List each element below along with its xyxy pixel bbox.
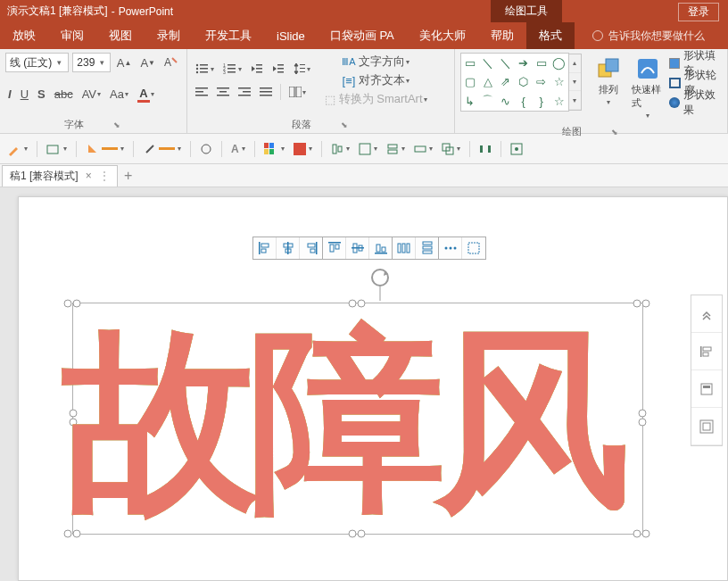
mini-align-top[interactable] xyxy=(323,237,346,259)
gallery-more-button[interactable]: ▾ xyxy=(569,91,581,110)
tab-pocket-anim[interactable]: 口袋动画 PA xyxy=(318,22,407,49)
shape-effects-button[interactable]: 形状效果 xyxy=(669,94,722,112)
mini-distribute-h[interactable] xyxy=(393,237,416,259)
decrease-indent-button[interactable] xyxy=(248,59,266,79)
mini-align-middle-v[interactable] xyxy=(346,237,369,259)
tab-view[interactable]: 视图 xyxy=(96,22,145,49)
distribute-h[interactable] xyxy=(477,139,493,159)
handle-tl[interactable] xyxy=(62,298,84,309)
side-collapse-button[interactable] xyxy=(691,295,722,333)
shadow-button[interactable]: S xyxy=(35,85,48,104)
shape-callout-icon[interactable]: ☆ xyxy=(554,95,565,108)
tab-review[interactable]: 审阅 xyxy=(48,22,96,49)
shape-brace-r-icon[interactable]: } xyxy=(539,95,542,108)
line-spacing-button[interactable]: ▾ xyxy=(291,59,313,79)
italic-button[interactable]: I xyxy=(5,85,14,104)
paragraph-dialog-launcher[interactable]: ⬊ xyxy=(338,120,351,130)
text-color-a[interactable]: A▾ xyxy=(229,139,247,159)
strikethrough-button[interactable]: abc xyxy=(52,85,76,104)
char-spacing-button[interactable]: AV▾ xyxy=(79,85,103,104)
login-button[interactable]: 登录 xyxy=(678,3,719,21)
rotation-handle[interactable] xyxy=(367,267,393,305)
decrease-font-button[interactable]: A▼ xyxy=(137,53,158,72)
change-case-button[interactable]: Aa▾ xyxy=(107,85,131,104)
mini-align-left[interactable] xyxy=(253,237,277,259)
eyedropper-2[interactable] xyxy=(198,139,214,159)
swatch-grid[interactable]: ▾ xyxy=(262,139,286,159)
shape-hex-icon[interactable]: ⬡ xyxy=(518,75,528,88)
handle-tr[interactable] xyxy=(632,298,653,309)
text-direction-button[interactable]: ⅢA 文字方向▾ xyxy=(322,53,430,71)
mini-more[interactable] xyxy=(462,237,485,259)
add-tab-button[interactable]: + xyxy=(118,165,139,187)
tab-format[interactable]: 格式 xyxy=(526,22,575,49)
underline-button[interactable]: U xyxy=(18,85,31,104)
selection-pane[interactable] xyxy=(509,139,525,159)
shape-textbox-icon[interactable]: ▭ xyxy=(465,56,476,70)
shape-oval-icon[interactable]: ◯ xyxy=(552,56,566,70)
tab-beautify[interactable]: 美化大师 xyxy=(407,22,478,49)
shape-line-icon[interactable]: ＼ xyxy=(482,55,493,71)
tab-islide[interactable]: iSlide xyxy=(264,24,318,48)
align-obj-2[interactable]: ▾ xyxy=(357,139,379,159)
tab-developer[interactable]: 开发工具 xyxy=(193,22,264,49)
shape-arrow-icon[interactable]: ➔ xyxy=(518,56,528,70)
increase-font-button[interactable]: A▲ xyxy=(114,53,135,72)
align-text-button[interactable]: [≡] 对齐文本▾ xyxy=(322,71,430,89)
shape-arc-icon[interactable]: ⌒ xyxy=(482,93,493,109)
eyedropper-1[interactable]: ▾ xyxy=(5,139,29,159)
align-right-button[interactable] xyxy=(236,82,253,102)
mini-align-center-h[interactable] xyxy=(277,237,300,259)
tab-record[interactable]: 录制 xyxy=(145,22,193,49)
shapes-gallery[interactable]: ▭ ＼ ＼ ➔ ▭ ◯ ▢ △ ⇗ ⬡ ⇨ ☆ ↳ ⌒ ∿ { } ☆ ▴▾▾ xyxy=(460,53,569,112)
shape-curve-icon[interactable]: ∿ xyxy=(500,95,510,108)
shape-brace-l-icon[interactable]: { xyxy=(522,95,525,108)
doc-tab-1[interactable]: 稿1 [兼容模式] × ⋮ xyxy=(2,165,118,187)
quick-styles-button[interactable]: 快速样式▾ xyxy=(630,53,666,123)
font-color-button[interactable]: A▾ xyxy=(135,85,157,104)
shape-insert-split[interactable]: ▾ xyxy=(45,139,69,159)
tab-help[interactable]: 帮助 xyxy=(478,22,526,49)
tab-slideshow[interactable]: 放映 xyxy=(0,22,48,49)
handle-r[interactable] xyxy=(637,408,648,429)
justify-button[interactable] xyxy=(257,82,275,102)
clear-formatting-button[interactable]: A xyxy=(161,53,181,72)
gallery-down-button[interactable]: ▾ xyxy=(569,73,581,92)
mini-align-bottom[interactable] xyxy=(369,237,393,259)
swatch-single[interactable]: ▾ xyxy=(292,139,314,159)
mini-spacing[interactable] xyxy=(439,237,462,259)
outline-color-split[interactable]: ▾ xyxy=(141,139,183,159)
align-left-button[interactable] xyxy=(193,82,211,102)
font-dialog-launcher[interactable]: ⬊ xyxy=(111,120,123,130)
increase-indent-button[interactable] xyxy=(269,59,287,79)
shape-diamond-icon[interactable]: ⇗ xyxy=(500,75,510,88)
drawing-dialog-launcher[interactable]: ⬊ xyxy=(608,127,621,137)
shape-arrow2-icon[interactable]: ⇨ xyxy=(536,75,546,88)
fill-color-split[interactable]: ▾ xyxy=(84,139,126,159)
handle-br[interactable] xyxy=(632,528,653,539)
align-obj-3[interactable]: ▾ xyxy=(385,139,407,159)
bullets-button[interactable]: ▾ xyxy=(193,59,217,79)
align-center-button[interactable] xyxy=(214,82,232,102)
align-obj-4[interactable]: ▾ xyxy=(412,139,434,159)
side-layout-button[interactable] xyxy=(691,370,722,408)
columns-button[interactable]: ▾ xyxy=(286,82,309,102)
gallery-up-button[interactable]: ▴ xyxy=(569,54,581,73)
align-obj-1[interactable]: ▾ xyxy=(329,139,352,159)
slide[interactable]: 故障风 故障风 故障风 xyxy=(18,196,728,581)
group-objects[interactable]: ▾ xyxy=(440,139,462,159)
tell-me-search[interactable]: 告诉我你想要做什么 xyxy=(592,29,705,44)
side-align-button[interactable] xyxy=(691,333,722,370)
font-size-combo[interactable]: 239▾ xyxy=(72,53,110,72)
arrange-button[interactable]: 排列▾ xyxy=(591,53,626,110)
shape-rect-icon[interactable]: ▭ xyxy=(536,56,547,70)
shape-triangle-icon[interactable]: △ xyxy=(484,75,492,88)
numbering-button[interactable]: 123▾ xyxy=(220,59,244,79)
close-tab-icon[interactable]: × xyxy=(86,170,92,182)
mini-align-right[interactable] xyxy=(300,237,323,259)
shape-line2-icon[interactable]: ＼ xyxy=(500,55,511,71)
shape-star-icon[interactable]: ☆ xyxy=(554,75,565,88)
font-family-combo[interactable]: 线 (正文)▾ xyxy=(5,53,69,72)
mini-distribute-v[interactable] xyxy=(416,237,439,259)
shape-connector-icon[interactable]: ↳ xyxy=(465,95,475,108)
